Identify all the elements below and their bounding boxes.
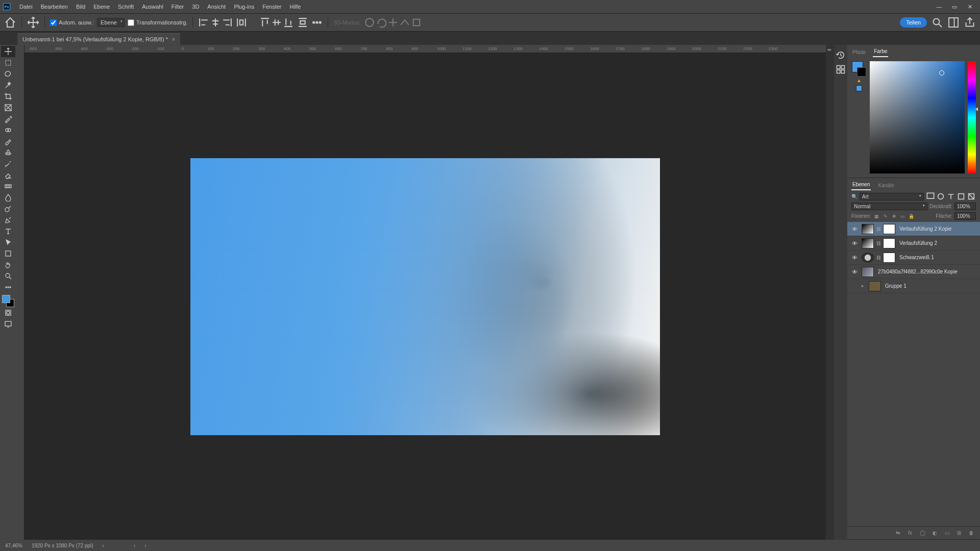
menu-view[interactable]: Ansicht: [203, 0, 230, 13]
status-scroll-left[interactable]: ‹: [134, 543, 135, 548]
filter-pixel-icon[interactable]: [926, 192, 935, 201]
layer-name[interactable]: Schwarzweiß 1: [899, 255, 934, 260]
color-field[interactable]: [870, 61, 965, 173]
path-select-tool[interactable]: [1, 237, 15, 248]
menu-help[interactable]: Hilfe: [285, 0, 305, 13]
move-tool[interactable]: [1, 46, 15, 57]
transform-controls-input[interactable]: [128, 19, 134, 26]
new-adjustment-button[interactable]: ◐: [930, 529, 939, 538]
align-bottom-button[interactable]: [283, 17, 294, 28]
menu-select[interactable]: Auswahl: [138, 0, 167, 13]
hue-slider-thumb[interactable]: [975, 107, 978, 111]
filter-shape-icon[interactable]: [957, 192, 966, 201]
color-swatches[interactable]: [2, 295, 14, 307]
dodge-tool[interactable]: [1, 203, 15, 214]
window-minimize-button[interactable]: —: [932, 2, 946, 11]
link-layers-button[interactable]: ⇆: [893, 529, 902, 538]
adjustment-icon[interactable]: [862, 253, 874, 263]
menu-window[interactable]: Fenster: [258, 0, 285, 13]
home-button[interactable]: [4, 16, 16, 29]
layer-visibility-toggle[interactable]: 👁: [849, 240, 860, 246]
shape-tool[interactable]: [1, 248, 15, 259]
delete-layer-button[interactable]: 🗑: [967, 529, 976, 538]
layer-name[interactable]: 27b0480a7f4882...82990c0e Kopie: [878, 269, 958, 274]
layer-mask-thumbnail[interactable]: [883, 238, 895, 248]
status-doc-info[interactable]: 1920 Px x 1080 Px (72 ppi): [32, 543, 93, 548]
gradient-fill-thumbnail[interactable]: [862, 224, 874, 234]
blend-mode-select[interactable]: Normal ▾: [851, 203, 927, 210]
document-tab[interactable]: Unbenannt-1 bei 47,5% (Verlaufsfüllung 2…: [17, 33, 180, 45]
color-tab[interactable]: Farbe: [873, 46, 888, 57]
menu-layer[interactable]: Ebene: [89, 0, 114, 13]
gradient-tool[interactable]: [1, 181, 15, 192]
hand-tool[interactable]: [1, 259, 15, 270]
menu-file[interactable]: Datei: [15, 0, 37, 13]
share-button[interactable]: Teilen: [900, 17, 927, 28]
menu-type[interactable]: Schrift: [114, 0, 138, 13]
window-close-button[interactable]: ✕: [963, 2, 977, 11]
menu-3d[interactable]: 3D: [188, 0, 203, 13]
new-group-button[interactable]: ▭: [942, 529, 951, 538]
new-layer-button[interactable]: ⊞: [954, 529, 964, 538]
quickmask-button[interactable]: [1, 307, 15, 318]
edit-toolbar-button[interactable]: [1, 282, 15, 293]
layer-name[interactable]: Verlaufsfüllung 2 Kopie: [899, 226, 951, 232]
group-expand-icon[interactable]: ▸: [862, 284, 867, 288]
gradient-fill-thumbnail[interactable]: [862, 238, 874, 248]
align-top-button[interactable]: [259, 17, 271, 28]
layer-link-icon[interactable]: ⛓: [876, 227, 881, 232]
layers-tab[interactable]: Ebenen: [851, 180, 871, 190]
foreground-color-swatch[interactable]: [2, 295, 10, 303]
websafe-swatch[interactable]: [856, 85, 862, 91]
distribute-v-button[interactable]: [297, 17, 308, 28]
opacity-input[interactable]: 100%: [954, 203, 976, 210]
fill-input[interactable]: 100%: [954, 212, 976, 220]
filter-adjust-icon[interactable]: [936, 192, 945, 201]
pen-tool[interactable]: [1, 214, 15, 226]
layer-thumbnail[interactable]: [862, 267, 874, 277]
menu-plugins[interactable]: Plug-ins: [230, 0, 258, 13]
lock-position-button[interactable]: ✥: [890, 212, 898, 220]
auto-select-checkbox[interactable]: Autom. ausw.:: [50, 19, 94, 26]
blur-tool[interactable]: [1, 192, 15, 203]
export-button[interactable]: [964, 16, 976, 29]
zoom-tool[interactable]: [1, 270, 15, 282]
history-panel-icon[interactable]: [836, 50, 846, 60]
color-field-cursor[interactable]: [939, 70, 944, 76]
layer-row[interactable]: 👁⛓Verlaufsfüllung 2: [847, 236, 980, 251]
auto-select-target-select[interactable]: Ebene: [97, 18, 125, 27]
layer-visibility-toggle[interactable]: 👁: [849, 226, 860, 232]
status-zoom[interactable]: 47,46%: [5, 543, 22, 548]
eraser-tool[interactable]: [1, 169, 15, 181]
layer-mask-thumbnail[interactable]: [883, 253, 895, 263]
add-mask-button[interactable]: ◯: [918, 529, 927, 538]
window-restore-button[interactable]: ▭: [947, 2, 962, 11]
lock-artboard-button[interactable]: ▭: [899, 212, 906, 220]
layer-name[interactable]: Verlaufsfüllung 2: [899, 240, 937, 246]
document-canvas[interactable]: [190, 158, 660, 435]
filter-smart-icon[interactable]: [967, 192, 976, 201]
more-align-button[interactable]: [311, 17, 323, 28]
canvas-area[interactable]: [24, 53, 826, 540]
crop-tool[interactable]: [1, 91, 15, 102]
clone-stamp-tool[interactable]: [1, 147, 15, 158]
menu-filter[interactable]: Filter: [167, 0, 188, 13]
layer-row[interactable]: 👁⛓Schwarzweiß 1: [847, 251, 980, 265]
layer-link-icon[interactable]: ⛓: [876, 255, 881, 260]
color-panel-bg-swatch[interactable]: [857, 67, 866, 77]
magic-wand-tool[interactable]: [1, 80, 15, 91]
status-chevron[interactable]: ›: [103, 543, 104, 548]
layer-filter-select[interactable]: Art ▾: [860, 193, 924, 201]
workspace-button[interactable]: [947, 16, 960, 29]
frame-tool[interactable]: [1, 102, 15, 113]
filter-type-icon[interactable]: [946, 192, 955, 201]
status-scroll-right[interactable]: ›: [144, 543, 146, 548]
properties-panel-icon[interactable]: [836, 64, 846, 74]
layer-mask-thumbnail[interactable]: [883, 224, 895, 234]
layer-row[interactable]: 👁27b0480a7f4882...82990c0e Kopie: [847, 265, 980, 279]
search-button[interactable]: [931, 16, 943, 29]
align-hcenter-button[interactable]: [210, 17, 221, 28]
layer-link-icon[interactable]: ⛓: [876, 241, 881, 246]
menu-edit[interactable]: Bearbeiten: [37, 0, 72, 13]
lock-transparency-button[interactable]: ▦: [873, 212, 880, 220]
